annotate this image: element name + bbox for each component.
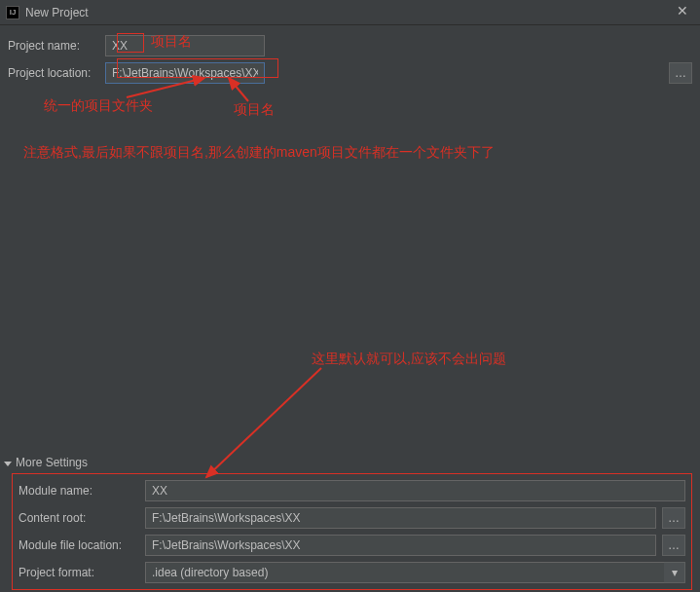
titlebar: IJ New Project ✕ [0, 0, 700, 25]
window-title: New Project [25, 6, 89, 19]
annotation-project-name-below: 项目名 [234, 101, 275, 119]
row-project-location: Project location: … [8, 62, 692, 84]
row-module-file-location: Module file location: … [18, 535, 685, 556]
close-icon[interactable]: ✕ [673, 3, 692, 18]
row-project-format: Project format: .idea (directory based) … [18, 562, 685, 583]
more-settings-panel: Module name: Content root: … Module file… [12, 473, 692, 590]
row-project-name: Project name: [8, 35, 692, 56]
more-settings-toggle[interactable]: More Settings [4, 456, 88, 469]
content-root-input[interactable] [145, 507, 656, 529]
project-format-label: Project format: [18, 566, 145, 579]
project-name-input[interactable] [105, 35, 265, 56]
content-root-label: Content root: [18, 511, 145, 525]
annotation-warning: 注意格式,最后如果不跟项目名,那么创建的maven项目文件都在一个文件夹下了 [23, 144, 495, 162]
browse-module-file-button[interactable]: … [662, 535, 685, 556]
module-file-location-label: Module file location: [18, 538, 145, 552]
app-icon: IJ [6, 6, 19, 19]
row-module-name: Module name: [18, 480, 685, 501]
project-format-select[interactable]: .idea (directory based) [145, 562, 664, 583]
dropdown-arrow-icon[interactable]: ▾ [664, 562, 685, 583]
project-location-label: Project location: [8, 66, 105, 80]
chevron-down-icon [4, 462, 12, 466]
annotation-unified-folder: 统一的项目文件夹 [44, 97, 153, 115]
more-settings-label: More Settings [16, 456, 88, 469]
module-file-location-input[interactable] [145, 535, 656, 556]
annotation-default-ok: 这里默认就可以,应该不会出问题 [312, 351, 506, 368]
module-name-label: Module name: [18, 484, 145, 498]
row-content-root: Content root: … [18, 507, 685, 529]
project-name-label: Project name: [8, 39, 105, 53]
module-name-input[interactable] [145, 480, 685, 501]
svg-line-2 [206, 368, 321, 477]
browse-content-root-button[interactable]: … [662, 507, 685, 529]
project-location-input[interactable] [105, 62, 265, 84]
browse-location-button[interactable]: … [669, 62, 692, 84]
project-form: Project name: Project location: … [0, 25, 700, 84]
